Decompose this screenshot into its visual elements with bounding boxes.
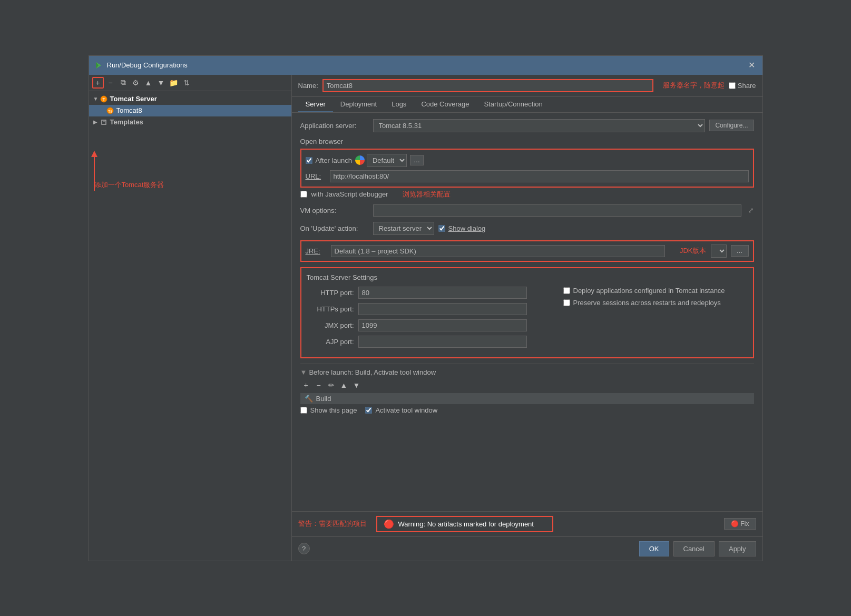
preserve-sessions-checkbox[interactable] xyxy=(563,299,570,306)
url-input[interactable] xyxy=(330,170,749,182)
folder-button[interactable]: 📁 xyxy=(168,77,180,89)
before-launch-label: Before launch: Build, Activate tool wind… xyxy=(309,368,436,376)
https-port-input[interactable] xyxy=(358,303,527,315)
build-item: 🔨 Build xyxy=(300,393,754,404)
activate-tool-checkbox[interactable] xyxy=(365,407,372,414)
move-down-button[interactable]: ▼ xyxy=(155,77,167,89)
app-server-select[interactable]: Tomcat 8.5.31 xyxy=(373,119,706,132)
open-browser-box: After launch Default … URL: xyxy=(300,149,754,188)
dialog-title: Run/Debug Configurations xyxy=(107,61,747,69)
name-label: Name: xyxy=(298,82,318,90)
after-launch-check-wrapper: After launch xyxy=(306,157,352,164)
vm-options-row: VM options: ⤢ xyxy=(300,204,754,217)
https-port-row: HTTPs port: xyxy=(307,303,553,315)
configure-button[interactable]: Configure... xyxy=(709,120,754,131)
tree-tomcat-server-group[interactable]: ▼ T Tomcat Server xyxy=(89,93,291,105)
add-configuration-button[interactable]: + xyxy=(92,77,104,89)
open-browser-section: Open browser After launch Default xyxy=(300,138,754,199)
show-dialog-wrapper: Show dialog xyxy=(438,224,486,232)
app-server-row: Application server: Tomcat 8.5.31 Config… xyxy=(300,119,754,132)
tomcat-settings-title: Tomcat Server Settings xyxy=(307,273,748,281)
http-port-row: HTTP port: xyxy=(307,287,553,299)
show-dialog-checkbox[interactable] xyxy=(438,225,445,232)
apply-button[interactable]: Apply xyxy=(719,541,756,556)
remove-configuration-button[interactable]: − xyxy=(105,77,116,89)
tomcat-body: HTTP port: HTTPs port: JMX port: xyxy=(307,287,748,352)
fix-button[interactable]: 🔴 Fix xyxy=(724,518,756,530)
close-button[interactable]: ✕ xyxy=(747,60,757,71)
run-debug-dialog: Run/Debug Configurations ✕ + − ⧉ ⚙ ▲ ▼ 📁… xyxy=(89,55,763,561)
jre-select[interactable] xyxy=(711,245,727,258)
vm-options-label: VM options: xyxy=(300,207,369,214)
show-page-wrapper: Show this page xyxy=(300,406,357,414)
svg-text:T8: T8 xyxy=(107,110,112,113)
browser-select-wrapper: Default xyxy=(355,154,407,167)
sort-button[interactable]: ⇅ xyxy=(181,77,192,89)
update-action-row: On 'Update' action: Restart server Show … xyxy=(300,222,754,235)
before-launch-down-button[interactable]: ▼ xyxy=(351,379,363,391)
http-port-label: HTTP port: xyxy=(307,289,354,297)
expand-vm-button[interactable]: ⤢ xyxy=(748,206,754,214)
after-launch-row: After launch Default … xyxy=(306,154,749,167)
activate-tool-wrapper: Activate tool window xyxy=(365,406,437,414)
http-port-input[interactable] xyxy=(358,287,527,299)
cancel-button[interactable]: Cancel xyxy=(673,541,715,556)
warning-bar: 警告：需要匹配的项目 🔴 Warning: No artifacts marke… xyxy=(292,511,762,536)
tree-templates-item[interactable]: ▶ Templates xyxy=(89,116,291,128)
move-up-button[interactable]: ▲ xyxy=(143,77,154,89)
tab-startup-connection[interactable]: Startup/Connection xyxy=(476,97,550,112)
deploy-app-wrapper: Deploy applications configured in Tomcat… xyxy=(563,287,748,295)
name-input[interactable] xyxy=(322,79,653,92)
ajp-port-row: AJP port: xyxy=(307,336,553,348)
url-label: URL: xyxy=(306,172,327,180)
settings-button[interactable]: ⚙ xyxy=(130,77,142,89)
dialog-icon xyxy=(94,61,103,70)
page-bottom-checkboxes: Show this page Activate tool window xyxy=(300,406,754,414)
before-launch-edit-button[interactable]: ✏ xyxy=(326,379,337,391)
templates-expand: ▶ xyxy=(93,119,100,125)
jre-browse-button[interactable]: … xyxy=(731,245,749,257)
server-name-annotation: 服务器名字，随意起 xyxy=(663,81,725,90)
browser-settings-button[interactable]: … xyxy=(410,155,424,165)
help-button[interactable]: ? xyxy=(298,543,310,554)
templates-label: Templates xyxy=(110,118,143,126)
before-launch-header: ▼ Before launch: Build, Activate tool wi… xyxy=(300,368,754,376)
tab-deployment[interactable]: Deployment xyxy=(333,97,384,112)
app-server-select-wrapper: Tomcat 8.5.31 xyxy=(373,119,706,132)
name-bar: Name: 服务器名字，随意起 Share xyxy=(292,75,762,97)
deploy-app-label: Deploy applications configured in Tomcat… xyxy=(573,287,725,295)
update-action-label: On 'Update' action: xyxy=(300,224,369,232)
js-debugger-checkbox[interactable] xyxy=(300,191,307,198)
before-launch-remove-button[interactable]: − xyxy=(313,379,325,391)
share-checkbox-wrapper: Share xyxy=(729,82,756,90)
ajp-port-label: AJP port: xyxy=(307,338,354,346)
after-launch-checkbox[interactable] xyxy=(306,157,312,164)
tree-tomcat8-item[interactable]: T8 Tomcat8 xyxy=(89,105,291,116)
vm-options-input[interactable] xyxy=(373,204,741,217)
tab-code-coverage[interactable]: Code Coverage xyxy=(414,97,476,112)
share-checkbox[interactable] xyxy=(729,82,736,89)
js-debugger-label: with JavaScript debugger xyxy=(311,190,388,198)
expand-icon: ▼ xyxy=(93,96,100,102)
js-debugger-row: with JavaScript debugger 浏览器相关配置 xyxy=(300,190,754,199)
before-launch-toolbar: + − ✏ ▲ ▼ xyxy=(300,379,754,391)
warning-box: 🔴 Warning: No artifacts marked for deplo… xyxy=(376,516,553,532)
jre-row: JRE: JDK版本 … xyxy=(306,245,749,258)
tomcat-server-settings: Tomcat Server Settings HTTP port: HTTPs … xyxy=(300,267,754,358)
before-launch-add-button[interactable]: + xyxy=(300,379,312,391)
ajp-port-input[interactable] xyxy=(358,336,527,348)
tomcat-group-icon: T xyxy=(100,95,108,103)
ok-button[interactable]: OK xyxy=(639,541,669,556)
copy-configuration-button[interactable]: ⧉ xyxy=(118,77,129,89)
tab-server[interactable]: Server xyxy=(298,97,333,112)
browser-select[interactable]: Default xyxy=(367,154,407,167)
preserve-sessions-wrapper: Preserve sessions across restarts and re… xyxy=(563,299,748,307)
before-launch-up-button[interactable]: ▲ xyxy=(338,379,350,391)
jmx-port-input[interactable] xyxy=(358,319,527,331)
tab-logs[interactable]: Logs xyxy=(384,97,414,112)
deploy-app-checkbox[interactable] xyxy=(563,287,570,294)
jre-input[interactable] xyxy=(331,245,665,257)
update-action-select[interactable]: Restart server xyxy=(373,222,434,235)
show-page-checkbox[interactable] xyxy=(300,407,307,414)
tabs-bar: Server Deployment Logs Code Coverage Sta… xyxy=(292,97,762,113)
